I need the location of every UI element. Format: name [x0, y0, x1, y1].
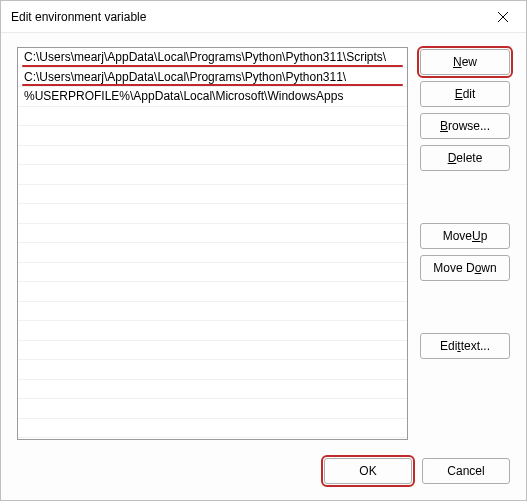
list-item [18, 243, 407, 263]
btn-text: Cancel [447, 464, 484, 478]
list-item [18, 302, 407, 322]
btn-text: Move [443, 229, 472, 243]
list-item[interactable]: C:\Users\mearj\AppData\Local\Programs\Py… [18, 48, 407, 68]
delete-button[interactable]: Delete [420, 145, 510, 171]
move-up-button[interactable]: Move Up [420, 223, 510, 249]
btn-text: OK [359, 464, 376, 478]
dialog-window: Edit environment variable C:\Users\mearj… [0, 0, 527, 501]
list-item[interactable]: C:\Users\mearj\AppData\Local\Programs\Py… [18, 68, 407, 88]
main-row: C:\Users\mearj\AppData\Local\Programs\Py… [17, 47, 510, 440]
new-button[interactable]: New [420, 49, 510, 75]
btn-text: dit [463, 87, 476, 101]
list-item [18, 360, 407, 380]
titlebar: Edit environment variable [1, 1, 526, 33]
btn-accel: N [453, 55, 462, 69]
list-item [18, 185, 407, 205]
list-item [18, 399, 407, 419]
btn-accel: U [472, 229, 481, 243]
path-list[interactable]: C:\Users\mearj\AppData\Local\Programs\Py… [17, 47, 408, 440]
list-item [18, 419, 407, 439]
btn-text: p [481, 229, 488, 243]
move-down-button[interactable]: Move Down [420, 255, 510, 281]
spacer [420, 177, 510, 217]
close-button[interactable] [480, 1, 526, 33]
list-item [18, 224, 407, 244]
list-item [18, 341, 407, 361]
list-item [18, 380, 407, 400]
list-item[interactable]: %USERPROFILE%\AppData\Local\Microsoft\Wi… [18, 87, 407, 107]
side-button-column: New Edit Browse... Delete Move Up Move D… [420, 47, 510, 440]
list-item [18, 321, 407, 341]
list-item [18, 204, 407, 224]
list-item [18, 126, 407, 146]
btn-text: ew [462, 55, 477, 69]
browse-button[interactable]: Browse... [420, 113, 510, 139]
btn-accel: E [455, 87, 463, 101]
dialog-title: Edit environment variable [11, 10, 146, 24]
btn-text: Edi [440, 339, 457, 353]
btn-text: wn [481, 261, 496, 275]
list-item [18, 282, 407, 302]
edit-button[interactable]: Edit [420, 81, 510, 107]
btn-text: text... [461, 339, 490, 353]
cancel-button[interactable]: Cancel [422, 458, 510, 484]
close-icon [498, 12, 508, 22]
btn-accel: B [440, 119, 448, 133]
footer-row: OK Cancel [17, 440, 510, 484]
list-item [18, 165, 407, 185]
dialog-content: C:\Users\mearj\AppData\Local\Programs\Py… [1, 33, 526, 500]
list-item [18, 146, 407, 166]
btn-accel: D [448, 151, 457, 165]
btn-text: elete [456, 151, 482, 165]
list-item [18, 263, 407, 283]
btn-text: Move D [433, 261, 474, 275]
list-item [18, 107, 407, 127]
btn-text: rowse... [448, 119, 490, 133]
spacer [420, 287, 510, 327]
ok-button[interactable]: OK [324, 458, 412, 484]
edit-text-button[interactable]: Edit text... [420, 333, 510, 359]
